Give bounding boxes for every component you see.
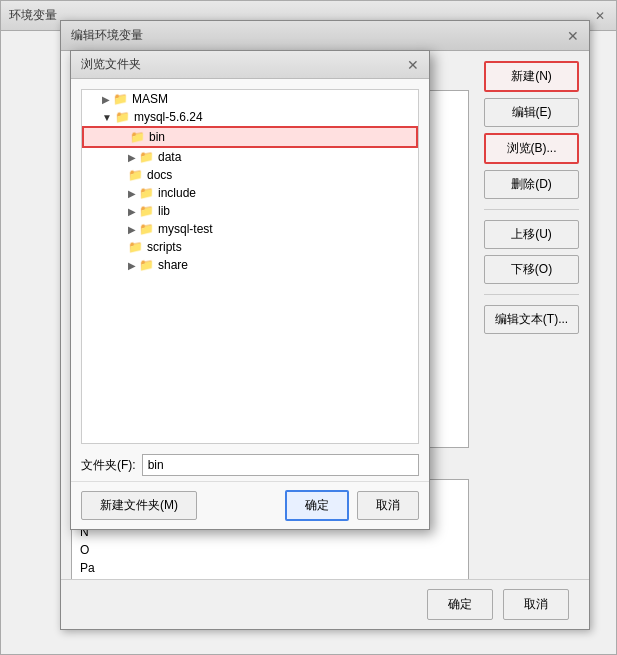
tree-node-scripts[interactable]: 📁 scripts	[82, 238, 418, 256]
new-folder-button[interactable]: 新建文件夹(M)	[81, 491, 197, 520]
tree-label-mysql-test: mysql-test	[158, 222, 213, 236]
browse-cancel-button[interactable]: 取消	[357, 491, 419, 520]
tree-node-lib[interactable]: ▶ 📁 lib	[82, 202, 418, 220]
tree-label-docs: docs	[147, 168, 172, 182]
tree-node-docs[interactable]: 📁 docs	[82, 166, 418, 184]
delete-button[interactable]: 删除(D)	[484, 170, 579, 199]
folder-icon-lib: 📁	[139, 204, 154, 218]
tree-label-share: share	[158, 258, 188, 272]
tree-node-mysql-test[interactable]: ▶ 📁 mysql-test	[82, 220, 418, 238]
folder-icon-bin: 📁	[130, 130, 145, 144]
new-button[interactable]: 新建(N)	[484, 61, 579, 92]
edit-dialog-right-panel: 新建(N) 编辑(E) 浏览(B)... 删除(D) 上移(U) 下移(O) 编…	[479, 51, 589, 629]
expand-arrow-mysql: ▼	[102, 112, 112, 123]
expand-arrow-share: ▶	[128, 260, 136, 271]
folder-icon-mysql-test: 📁	[139, 222, 154, 236]
tree-label-include: include	[158, 186, 196, 200]
browse-close-button[interactable]: ✕	[407, 57, 419, 73]
browse-ok-button[interactable]: 确定	[285, 490, 349, 521]
tree-node-data[interactable]: ▶ 📁 data	[82, 148, 418, 166]
browse-title-bar: 浏览文件夹 ✕	[71, 51, 429, 79]
edit-dialog-bottom-bar: 确定 取消	[61, 579, 589, 629]
file-input-row: 文件夹(F):	[71, 449, 429, 481]
edittext-button[interactable]: 编辑文本(T)...	[484, 305, 579, 334]
bg-close-button[interactable]: ✕	[592, 8, 608, 24]
tree-label-mysql: mysql-5.6.24	[134, 110, 203, 124]
expand-arrow-data: ▶	[128, 152, 136, 163]
divider2	[484, 294, 579, 295]
tree-label-masm: MASM	[132, 92, 168, 106]
tree-label-bin: bin	[149, 130, 165, 144]
edit-ok-button[interactable]: 确定	[427, 589, 493, 620]
movedown-button[interactable]: 下移(O)	[484, 255, 579, 284]
tree-node-masm[interactable]: ▶ 📁 MASM	[82, 90, 418, 108]
edit-dialog-title-bar: 编辑环境变量 ✕	[61, 21, 589, 51]
browse-bottom-bar: 新建文件夹(M) 确定 取消	[71, 481, 429, 529]
expand-arrow-include: ▶	[128, 188, 136, 199]
tree-node-mysql[interactable]: ▼ 📁 mysql-5.6.24	[82, 108, 418, 126]
browse-dialog: 浏览文件夹 ✕ ▶ 📁 MASM ▼ 📁 mysql-5.6.24 📁 bin …	[70, 50, 430, 530]
folder-icon-share: 📁	[139, 258, 154, 272]
list-item[interactable]: Pa	[76, 559, 464, 577]
tree-node-share[interactable]: ▶ 📁 share	[82, 256, 418, 274]
folder-icon-data: 📁	[139, 150, 154, 164]
folder-icon-include: 📁	[139, 186, 154, 200]
folder-icon-scripts: 📁	[128, 240, 143, 254]
tree-node-include[interactable]: ▶ 📁 include	[82, 184, 418, 202]
folder-icon-docs: 📁	[128, 168, 143, 182]
browse-button[interactable]: 浏览(B)...	[484, 133, 579, 164]
file-input-label: 文件夹(F):	[81, 457, 136, 474]
browse-title-text: 浏览文件夹	[81, 56, 141, 73]
expand-arrow-lib: ▶	[128, 206, 136, 217]
edit-dialog-title: 编辑环境变量	[71, 27, 143, 44]
list-item[interactable]: O	[76, 541, 464, 559]
divider	[484, 209, 579, 210]
expand-arrow-masm: ▶	[102, 94, 110, 105]
tree-label-data: data	[158, 150, 181, 164]
edit-dialog-close-button[interactable]: ✕	[567, 28, 579, 44]
folder-tree[interactable]: ▶ 📁 MASM ▼ 📁 mysql-5.6.24 📁 bin ▶ 📁 data…	[81, 89, 419, 444]
tree-node-bin[interactable]: 📁 bin	[82, 126, 418, 148]
folder-icon-masm: 📁	[113, 92, 128, 106]
edit-cancel-button[interactable]: 取消	[503, 589, 569, 620]
file-input[interactable]	[142, 454, 419, 476]
expand-arrow-mysql-test: ▶	[128, 224, 136, 235]
tree-label-lib: lib	[158, 204, 170, 218]
edit-button[interactable]: 编辑(E)	[484, 98, 579, 127]
tree-label-scripts: scripts	[147, 240, 182, 254]
moveup-button[interactable]: 上移(U)	[484, 220, 579, 249]
folder-icon-mysql: 📁	[115, 110, 130, 124]
bg-title-text: 环境变量	[9, 7, 57, 24]
